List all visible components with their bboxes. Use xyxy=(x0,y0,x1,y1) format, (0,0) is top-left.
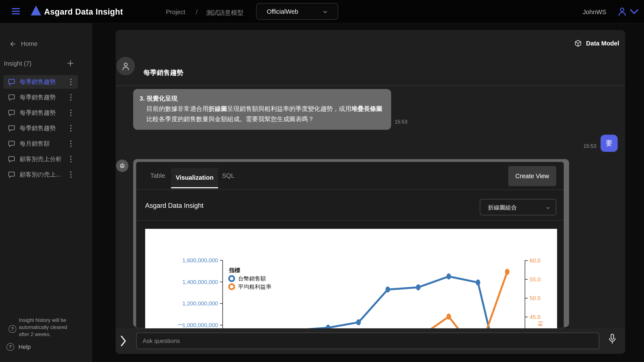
hamburger-menu-icon[interactable] xyxy=(12,8,20,15)
history-note: Insight history will be automatically cl… xyxy=(8,316,85,338)
sidebar-item-insight-4[interactable]: 每季銷售趨勢 xyxy=(4,121,78,135)
chart-type-value: 折線圖組合 xyxy=(488,204,517,212)
tab-visualization[interactable]: Visualization xyxy=(171,168,218,188)
kebab-menu-icon[interactable] xyxy=(70,112,72,113)
card-tabs: Table Visualization SQL Create View xyxy=(136,162,564,190)
chat-bubble-icon xyxy=(8,171,16,178)
sidebar-item-label: 顧客別の売上... xyxy=(20,170,70,179)
chat-bubble-icon xyxy=(8,93,16,101)
history-note-line: after 2 weeks. xyxy=(19,331,85,338)
chat-header: 每季銷售趨勢 xyxy=(116,30,625,86)
chart-card-title: Asgard Data Insight xyxy=(145,202,204,210)
tab-table[interactable]: Table xyxy=(150,162,165,189)
app-title: Asgard Data Insight xyxy=(44,7,123,17)
tab-sql[interactable]: SQL xyxy=(222,162,234,189)
breadcrumb-separator: / xyxy=(196,9,198,16)
messages-area[interactable]: 3. 視覺化呈現 目前的數據非常適合用折線圖呈現銷售額與粗利益率的季度變化趨勢，… xyxy=(116,86,625,328)
svg-text:利: 利 xyxy=(538,321,544,327)
sidebar-item-label: 每月銷售額 xyxy=(20,140,70,148)
kebab-menu-icon[interactable] xyxy=(70,174,72,175)
chart-area[interactable]: 1,600,000,0001,400,000,0001,200,000,0001… xyxy=(145,229,557,328)
sidebar-item-label: 每季銷售趨勢 xyxy=(20,78,70,86)
assistant-text: 呈現銷售額與粗利益率的季度變化趨勢，或用 xyxy=(227,105,351,112)
chevron-down-icon xyxy=(545,206,551,211)
avatar xyxy=(116,57,135,75)
assistant-text-bold: 堆疊長條圖 xyxy=(351,105,382,112)
sidebar-item-insight-6[interactable]: 顧客別売上分析 xyxy=(4,152,78,166)
sidebar-item-insight-3[interactable]: 每季銷售趨勢 xyxy=(4,106,78,120)
bot-avatar xyxy=(116,159,128,172)
kebab-menu-icon[interactable] xyxy=(70,158,72,160)
new-insight-plus-icon[interactable] xyxy=(66,59,74,67)
person-icon xyxy=(120,61,131,71)
chat-bubble-icon xyxy=(8,78,16,86)
chat-bubble-icon xyxy=(8,155,16,163)
chat-bubble-icon xyxy=(8,140,16,147)
svg-text:1,600,000,000: 1,600,000,000 xyxy=(182,257,218,264)
create-view-button[interactable]: Create View xyxy=(508,166,556,186)
sidebar-item-insight-1[interactable]: 每季銷售趨勢 xyxy=(4,75,78,89)
sidebar-item-label: 每季銷售趨勢 xyxy=(20,109,70,117)
svg-text:1,000,000,000: 1,000,000,000 xyxy=(182,322,218,328)
collapse-chevron-icon[interactable] xyxy=(118,335,128,347)
assistant-message-bubble: 3. 視覺化呈現 目前的數據非常適合用折線圖呈現銷售額與粗利益率的季度變化趨勢，… xyxy=(133,89,391,130)
user-timestamp: 15:53 xyxy=(584,143,596,149)
history-note-line: Insight history will be xyxy=(19,316,85,324)
insight-section-title: Insight (7) xyxy=(4,60,32,67)
sidebar-item-insight-7[interactable]: 顧客別の売上... xyxy=(4,168,78,182)
back-arrow-icon xyxy=(9,41,17,47)
app-root: Asgard Data Insight Project / 測試語意模型 Off… xyxy=(0,0,644,362)
breadcrumb-page[interactable]: 測試語意模型 xyxy=(206,9,244,17)
back-home-label: Home xyxy=(21,40,38,47)
sidebar-item-insight-2[interactable]: 每季銷售趨勢 xyxy=(4,91,78,104)
chevron-down-icon xyxy=(322,9,329,15)
svg-text:1,200,000,000: 1,200,000,000 xyxy=(182,300,218,307)
insight-section-header: Insight (7) xyxy=(4,59,88,68)
svg-text:平均粗利益率: 平均粗利益率 xyxy=(238,283,272,290)
info-question-icon xyxy=(8,325,16,333)
model-select[interactable]: OfficialWeb xyxy=(256,3,338,20)
robot-icon xyxy=(118,162,126,169)
back-home-button[interactable]: Home xyxy=(9,40,38,47)
user-message-text: 要 xyxy=(606,138,612,148)
kebab-menu-icon[interactable] xyxy=(70,97,72,98)
user-menu-chevron-icon[interactable] xyxy=(630,9,639,15)
kebab-menu-icon[interactable] xyxy=(70,143,72,144)
help-question-icon xyxy=(6,343,14,351)
user-message-bubble: 要 xyxy=(600,135,618,152)
chat-title: 每季銷售趨勢 xyxy=(144,68,183,77)
assistant-message-heading: 3. 視覺化呈現 xyxy=(140,93,385,104)
user-avatar-icon[interactable] xyxy=(616,6,628,17)
svg-text:60.0: 60.0 xyxy=(530,257,540,264)
assistant-message-body: 目前的數據非常適合用折線圖呈現銷售額與粗利益率的季度變化趨勢，或用堆疊長條圖比較… xyxy=(146,104,385,124)
ask-question-input[interactable] xyxy=(136,333,599,349)
microphone-icon[interactable] xyxy=(607,333,618,345)
visualization-card: Table Visualization SQL Create View Asga… xyxy=(136,162,564,328)
assistant-timestamp: 15:53 xyxy=(394,119,408,125)
kebab-menu-icon[interactable] xyxy=(70,128,72,129)
sidebar-item-insight-5[interactable]: 每月銷售額 xyxy=(4,137,78,150)
svg-text:指標: 指標 xyxy=(229,267,240,273)
help-label: Help xyxy=(18,343,31,350)
chat-bubble-icon xyxy=(8,109,16,117)
chart-type-select[interactable]: 折線圖組合 xyxy=(480,199,556,215)
sidebar: Home Insight (7) 每季銷售趨勢 每季銷售趨勢 每季銷售趨勢 每季… xyxy=(0,23,92,362)
svg-text:1,400,000,000: 1,400,000,000 xyxy=(182,279,218,285)
breadcrumb-project[interactable]: Project xyxy=(166,9,185,16)
app-logo-icon xyxy=(31,6,41,16)
assistant-text: 比較各季度的銷售數量與金額組成。需要我幫您生成圖表嗎？ xyxy=(146,116,314,122)
assistant-text-bold: 折線圖 xyxy=(208,105,227,112)
sidebar-item-label: 每季銷售趨勢 xyxy=(20,124,70,132)
help-button[interactable]: Help xyxy=(6,343,31,351)
username-label: JohnWS xyxy=(583,9,606,16)
model-select-value: OfficialWeb xyxy=(267,8,298,15)
assistant-text: 目前的數據非常適合用 xyxy=(146,105,208,112)
history-note-line: automatically cleared xyxy=(19,324,85,331)
chat-panel: Data Model 每季銷售趨勢 3. 視覺化呈現 目前的數據非常適合用折線圖… xyxy=(116,30,625,354)
svg-text:): ) xyxy=(177,324,183,326)
line-chart-svg[interactable]: 1,600,000,0001,400,000,0001,200,000,0001… xyxy=(145,229,557,328)
top-bar: Asgard Data Insight Project / 測試語意模型 Off… xyxy=(0,0,644,23)
kebab-menu-icon[interactable] xyxy=(70,81,72,83)
svg-text:台幣銷售額: 台幣銷售額 xyxy=(238,275,266,282)
svg-text:45.0: 45.0 xyxy=(530,314,540,320)
